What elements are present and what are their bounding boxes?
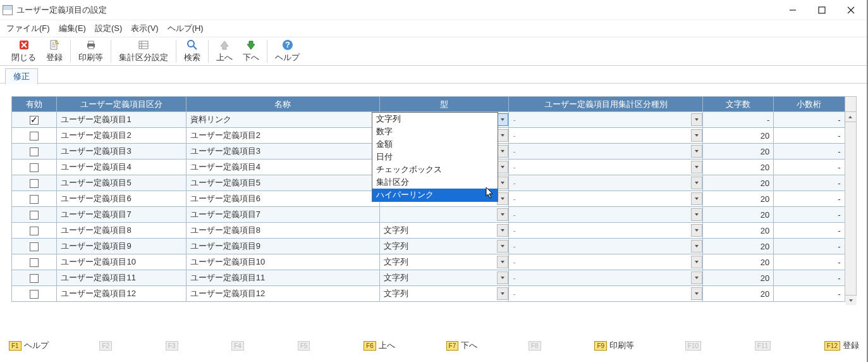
cell-dec[interactable]: -: [774, 254, 845, 270]
chevron-down-icon[interactable]: [497, 240, 508, 253]
cell-type[interactable]: [380, 207, 509, 223]
cell-len[interactable]: 20: [702, 128, 773, 144]
cell-name[interactable]: ユーザー定義項目2: [186, 128, 379, 144]
cell-dec[interactable]: -: [774, 128, 845, 144]
cell-dec[interactable]: -: [774, 223, 845, 239]
cell-category[interactable]: ユーザー定義項目10: [57, 254, 186, 270]
header-dec[interactable]: 小数桁: [774, 97, 845, 112]
cell-agg[interactable]: -: [509, 191, 702, 207]
checkbox-icon[interactable]: [30, 163, 39, 172]
header-enable[interactable]: 有効: [12, 97, 57, 112]
cell-len[interactable]: 20: [702, 254, 773, 270]
menu-file[interactable]: ファイル(F): [6, 23, 50, 34]
cell-enable[interactable]: [12, 223, 57, 239]
cell-category[interactable]: ユーザー定義項目7: [57, 207, 186, 223]
chevron-down-icon[interactable]: [691, 145, 702, 158]
cell-agg[interactable]: -: [509, 175, 702, 191]
cell-dec[interactable]: -: [774, 159, 845, 175]
cell-len[interactable]: -: [702, 112, 773, 128]
cell-name[interactable]: ユーザー定義項目8: [186, 223, 379, 239]
cell-type[interactable]: 文字列: [380, 223, 509, 239]
cell-category[interactable]: ユーザー定義項目5: [57, 175, 186, 191]
cell-name[interactable]: ユーザー定義項目7: [186, 207, 379, 223]
dropdown-option[interactable]: 金額: [372, 138, 498, 151]
cell-name[interactable]: ユーザー定義項目6: [186, 191, 379, 207]
chevron-down-icon[interactable]: [497, 272, 508, 284]
cell-type[interactable]: 文字列: [380, 286, 509, 302]
dropdown-option[interactable]: 集計区分: [372, 176, 498, 189]
cell-enable[interactable]: [12, 254, 57, 270]
grid-scrollbar[interactable]: [845, 112, 856, 302]
fkey-f1[interactable]: F1ヘルプ: [9, 340, 49, 351]
save-button[interactable]: 登録: [41, 37, 68, 65]
cell-name[interactable]: ユーザー定義項目3: [186, 144, 379, 159]
header-agg[interactable]: ユーザー定義項目用集計区分種別: [509, 97, 702, 112]
cell-dec[interactable]: -: [774, 286, 845, 302]
cell-dec[interactable]: -: [774, 270, 845, 286]
checkbox-icon[interactable]: [30, 290, 39, 299]
header-type[interactable]: 型: [380, 97, 509, 112]
cell-name[interactable]: ユーザー定義項目12: [186, 286, 379, 302]
cell-name[interactable]: 資料リンク: [186, 112, 379, 128]
checkbox-icon[interactable]: [30, 242, 39, 251]
cell-category[interactable]: ユーザー定義項目9: [57, 239, 186, 254]
chevron-down-icon[interactable]: [691, 192, 702, 205]
cell-dec[interactable]: -: [774, 175, 845, 191]
cell-name[interactable]: ユーザー定義項目11: [186, 270, 379, 286]
cell-category[interactable]: ユーザー定義項目3: [57, 144, 186, 159]
checkbox-icon[interactable]: [30, 195, 39, 204]
cell-category[interactable]: ユーザー定義項目12: [57, 286, 186, 302]
cell-name[interactable]: ユーザー定義項目9: [186, 239, 379, 254]
up-button[interactable]: 上へ: [211, 37, 238, 65]
checkbox-icon[interactable]: [30, 258, 39, 267]
cell-len[interactable]: 20: [702, 191, 773, 207]
cell-type[interactable]: 文字列: [380, 239, 509, 254]
cell-dec[interactable]: -: [774, 191, 845, 207]
checkbox-icon[interactable]: [30, 227, 39, 235]
cell-agg[interactable]: -: [509, 223, 702, 239]
cell-enable[interactable]: [12, 128, 57, 144]
cell-type[interactable]: 文字列: [380, 254, 509, 270]
chevron-down-icon[interactable]: [691, 287, 702, 300]
type-dropdown[interactable]: 文字列数字金額日付チェックボックス集計区分ハイパーリンク: [372, 112, 498, 202]
cell-agg[interactable]: -: [509, 159, 702, 175]
dropdown-option[interactable]: ハイパーリンク: [372, 189, 498, 201]
cell-len[interactable]: 20: [702, 270, 773, 286]
cell-enable[interactable]: [12, 112, 57, 128]
menu-edit[interactable]: 編集(E): [59, 23, 86, 34]
fkey-f7[interactable]: F7下へ: [446, 340, 478, 351]
cell-category[interactable]: ユーザー定義項目11: [57, 270, 186, 286]
chevron-down-icon[interactable]: [497, 129, 508, 142]
chevron-down-icon[interactable]: [691, 240, 702, 253]
cell-enable[interactable]: [12, 239, 57, 254]
chevron-down-icon[interactable]: [691, 129, 702, 142]
cell-agg[interactable]: -: [509, 286, 702, 302]
cell-len[interactable]: 20: [702, 144, 773, 159]
cell-len[interactable]: 20: [702, 239, 773, 254]
cell-agg[interactable]: -: [509, 128, 702, 144]
checkbox-icon[interactable]: [30, 116, 39, 125]
header-category[interactable]: ユーザー定義項目区分: [57, 97, 186, 112]
header-name[interactable]: 名称: [186, 97, 379, 112]
cell-dec[interactable]: -: [774, 207, 845, 223]
cell-enable[interactable]: [12, 191, 57, 207]
chevron-down-icon[interactable]: [497, 161, 508, 173]
cell-enable[interactable]: [12, 159, 57, 175]
menu-setting[interactable]: 設定(S): [95, 23, 122, 34]
header-len[interactable]: 文字数: [702, 97, 773, 112]
chevron-down-icon[interactable]: [497, 113, 508, 126]
scroll-down-icon[interactable]: [848, 298, 853, 303]
chevron-down-icon[interactable]: [497, 208, 508, 221]
cell-name[interactable]: ユーザー定義項目10: [186, 254, 379, 270]
dropdown-option[interactable]: 数字: [372, 125, 498, 138]
maximize-button[interactable]: [807, 0, 836, 20]
cell-category[interactable]: ユーザー定義項目2: [57, 128, 186, 144]
cell-agg[interactable]: -: [509, 112, 702, 128]
cell-category[interactable]: ユーザー定義項目8: [57, 223, 186, 239]
fkey-f12[interactable]: F12登録: [824, 340, 859, 351]
dropdown-option[interactable]: 日付: [372, 151, 498, 163]
close-button[interactable]: 閉じる: [6, 37, 41, 65]
cell-agg[interactable]: -: [509, 207, 702, 223]
chevron-down-icon[interactable]: [691, 272, 702, 284]
down-button[interactable]: 下へ: [238, 37, 264, 65]
